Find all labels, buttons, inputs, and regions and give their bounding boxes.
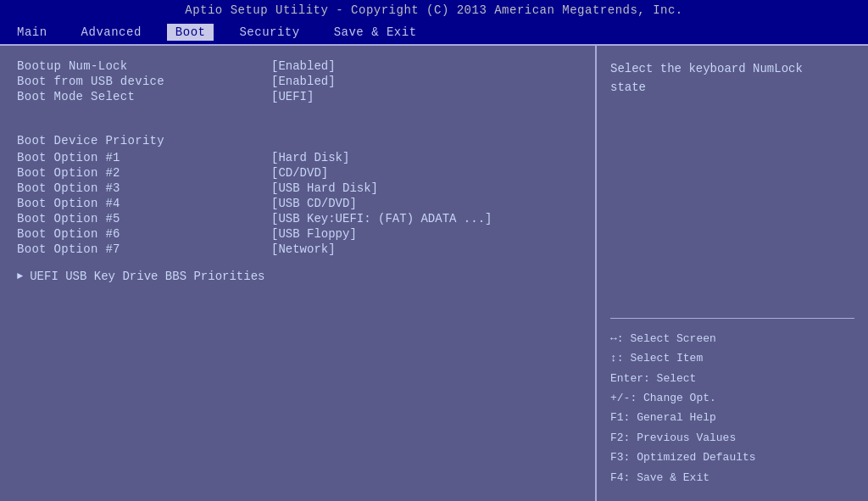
boot-option-value[interactable]: [Hard Disk] (271, 151, 349, 164)
title-bar: Aptio Setup Utility - Copyright (C) 2013… (0, 0, 868, 20)
keybind-row: ↔: Select Screen (610, 329, 854, 348)
boot-option-row: Boot Option #3[USB Hard Disk] (17, 181, 578, 195)
right-panel: Select the keyboard NumLock state ↔: Sel… (597, 46, 868, 501)
setting-label: Bootup Num-Lock (17, 59, 271, 73)
setting-row: Boot Mode Select[UEFI] (17, 90, 578, 103)
boot-option-row: Boot Option #1[Hard Disk] (17, 151, 578, 164)
boot-option-value[interactable]: [USB Hard Disk] (271, 181, 378, 195)
divider (610, 318, 854, 319)
help-line1: Select the keyboard NumLock (610, 62, 803, 75)
boot-option-label: Boot Option #3 (17, 181, 271, 195)
main-content: Bootup Num-Lock[Enabled]Boot from USB de… (0, 46, 868, 501)
keybind-row: F1: General Help (610, 408, 854, 427)
boot-option-value[interactable]: [CD/DVD] (271, 166, 328, 180)
nav-item-main[interactable]: Main (8, 24, 56, 41)
boot-option-label: Boot Option #5 (17, 212, 271, 225)
keybind-row: +/-: Change Opt. (610, 388, 854, 408)
setting-row: Bootup Num-Lock[Enabled] (17, 59, 578, 73)
boot-option-value[interactable]: [USB CD/DVD] (271, 197, 357, 210)
boot-option-row: Boot Option #2[CD/DVD] (17, 166, 578, 180)
submenu-label: UEFI USB Key Drive BBS Priorities (30, 270, 264, 283)
nav-item-security[interactable]: Security (231, 24, 308, 41)
boot-option-row: Boot Option #5[USB Key:UEFI: (FAT) ADATA… (17, 212, 578, 225)
boot-option-label: Boot Option #1 (17, 151, 271, 164)
keybind-row: F4: Save & Exit (610, 468, 854, 487)
boot-option-row: Boot Option #4[USB CD/DVD] (17, 197, 578, 210)
keybind-row: F2: Previous Values (610, 428, 854, 448)
keybind-section: ↔: Select Screen↕: Select ItemEnter: Sel… (610, 329, 854, 487)
setting-value[interactable]: [UEFI] (271, 90, 314, 103)
boot-option-value[interactable]: [Network] (271, 242, 336, 256)
setting-value[interactable]: [Enabled] (271, 59, 336, 73)
help-line2: state (610, 81, 646, 94)
setting-label: Boot Mode Select (17, 90, 271, 103)
help-text: Select the keyboard NumLock state (610, 59, 854, 97)
nav-item-advanced[interactable]: Advanced (73, 24, 150, 41)
setting-label: Boot from USB device (17, 75, 271, 88)
setting-value[interactable]: [Enabled] (271, 75, 336, 88)
nav-item-boot[interactable]: Boot (167, 24, 214, 41)
title-text: Aptio Setup Utility - Copyright (C) 2013… (185, 3, 683, 17)
keybind-row: Enter: Select (610, 369, 854, 388)
boot-option-row: Boot Option #7[Network] (17, 242, 578, 256)
keybind-row: ↕: Select Item (610, 348, 854, 368)
boot-option-label: Boot Option #6 (17, 227, 271, 241)
submenu-arrow: ► (17, 270, 23, 282)
boot-option-value[interactable]: [USB Key:UEFI: (FAT) ADATA ...] (271, 212, 492, 225)
section-header: Boot Device Priority (17, 134, 578, 148)
keybind-row: F3: Optimized Defaults (610, 448, 854, 467)
boot-option-row: Boot Option #6[USB Floppy] (17, 227, 578, 241)
boot-option-label: Boot Option #2 (17, 166, 271, 180)
boot-options: Boot Option #1[Hard Disk]Boot Option #2[… (17, 151, 578, 256)
keybind-area: ↔: Select Screen↕: Select ItemEnter: Sel… (610, 308, 854, 487)
boot-option-label: Boot Option #4 (17, 197, 271, 210)
boot-option-value[interactable]: [USB Floppy] (271, 227, 357, 241)
setting-row: Boot from USB device[Enabled] (17, 75, 578, 88)
nav-bar: MainAdvancedBootSecuritySave & Exit (0, 20, 868, 46)
nav-item-save-and-exit[interactable]: Save & Exit (326, 24, 426, 41)
top-settings: Bootup Num-Lock[Enabled]Boot from USB de… (17, 59, 578, 103)
left-panel: Bootup Num-Lock[Enabled]Boot from USB de… (0, 46, 597, 501)
boot-option-label: Boot Option #7 (17, 242, 271, 256)
submenu-item[interactable]: ► UEFI USB Key Drive BBS Priorities (17, 270, 578, 283)
